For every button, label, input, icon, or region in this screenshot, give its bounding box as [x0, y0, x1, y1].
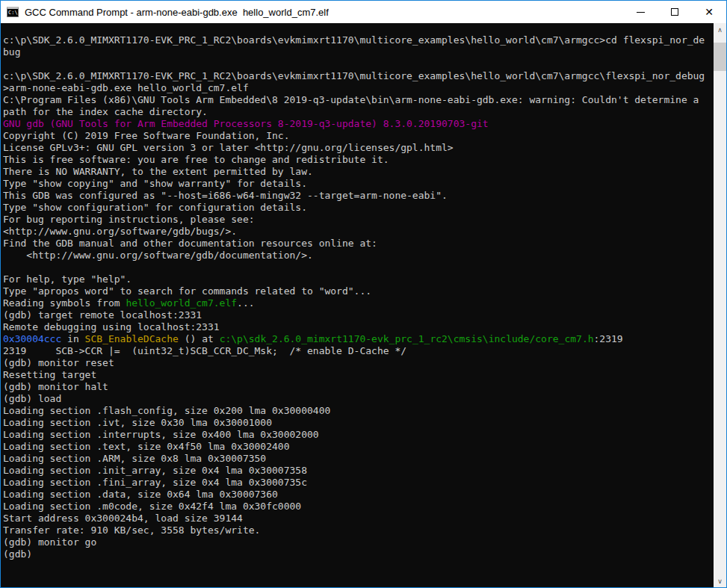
- console-line: This GDB was configured as "--host=i686-…: [3, 190, 714, 202]
- console-line: For help, type "help".: [3, 273, 714, 285]
- console-line: path for the index cache directory.: [3, 106, 714, 118]
- console-line: License GPLv3+: GNU GPL version 3 or lat…: [3, 142, 714, 154]
- console-line: Loading section .text, size 0x4f50 lma 0…: [3, 441, 714, 453]
- console-line: Loading section .data, size 0x64 lma 0x3…: [3, 489, 714, 501]
- console-line: Type "show copying" and "show warranty" …: [3, 178, 714, 190]
- console-line: Loading section .fini_array, size 0x4 lm…: [3, 477, 714, 489]
- console-line: (gdb) target remote localhost:2331: [3, 309, 714, 321]
- console-line: (gdb): [3, 548, 714, 560]
- console-line: bug: [3, 46, 714, 58]
- console-line: Loading section .interrupts, size 0x400 …: [3, 429, 714, 441]
- window-controls: ✕: [623, 1, 726, 23]
- console-output[interactable]: c:\p\SDK_2.6.0_MIMXRT1170-EVK_PRC_1_RC2\…: [1, 23, 714, 587]
- console-line: Type "show configuration" for configurat…: [3, 202, 714, 214]
- console-line: Reading symbols from hello_world_cm7.elf…: [3, 297, 714, 309]
- scroll-up-icon[interactable]: ∧: [714, 23, 726, 36]
- terminal-window: C:\ GCC Command Prompt - arm-none-eabi-g…: [0, 0, 727, 588]
- console-line: Resetting target: [3, 369, 714, 381]
- console-line: (gdb) monitor go: [3, 536, 714, 548]
- titlebar[interactable]: C:\ GCC Command Prompt - arm-none-eabi-g…: [1, 1, 726, 23]
- console-line: (gdb) monitor reset: [3, 357, 714, 369]
- console-line: (gdb) monitor halt: [3, 381, 714, 393]
- console-line: Loading section .m0code, size 0x42f4 lma…: [3, 501, 714, 513]
- console-line: >arm-none-eabi-gdb.exe hello_world_cm7.e…: [3, 82, 714, 94]
- console-line: (gdb) load: [3, 393, 714, 405]
- console-line: Loading section .init_array, size 0x4 lm…: [3, 465, 714, 477]
- maximize-icon: [671, 8, 678, 16]
- console-line: For bug reporting instructions, please s…: [3, 214, 714, 226]
- console-line: <http://www.gnu.org/software/gdb/documen…: [3, 250, 714, 261]
- cmd-prompt-icon: C:\: [7, 7, 19, 17]
- console-line: C:\Program Files (x86)\GNU Tools Arm Emb…: [3, 94, 714, 106]
- vertical-scrollbar[interactable]: ∧ ∨: [714, 23, 726, 587]
- scroll-down-icon[interactable]: ∨: [714, 575, 726, 587]
- console-line: Loading section .ivt, size 0x30 lma 0x30…: [3, 417, 714, 429]
- console-line: [3, 58, 714, 70]
- minimize-button[interactable]: [623, 1, 658, 23]
- console-line: Transfer rate: 910 KB/sec, 3558 bytes/wr…: [3, 524, 714, 536]
- console-line: Remote debugging using localhost:2331: [3, 321, 714, 333]
- console-line: <http://www.gnu.org/software/gdb/bugs/>.: [3, 226, 714, 238]
- console-line: Start address 0x300024b4, load size 3914…: [3, 513, 714, 524]
- console-line: c:\p\SDK_2.6.0_MIMXRT1170-EVK_PRC_1_RC2\…: [3, 70, 714, 82]
- console-line: Loading section .flash_config, size 0x20…: [3, 405, 714, 417]
- close-icon: ✕: [705, 7, 714, 17]
- console-line: Loading section .ARM, size 0x8 lma 0x300…: [3, 453, 714, 465]
- console-line: c:\p\SDK_2.6.0_MIMXRT1170-EVK_PRC_1_RC2\…: [3, 34, 714, 46]
- console-line: 2319 SCB->CCR |= (uint32_t)SCB_CCR_DC_Ms…: [3, 345, 714, 357]
- console-line: Copyright (C) 2019 Free Software Foundat…: [3, 130, 714, 142]
- close-button[interactable]: ✕: [692, 1, 726, 23]
- maximize-button[interactable]: [658, 1, 692, 23]
- minimize-icon: [637, 12, 645, 13]
- scrollbar-thumb[interactable]: [714, 43, 726, 71]
- console-line: There is NO WARRANTY, to the extent perm…: [3, 166, 714, 178]
- console-line: 0x30004ccc in SCB_EnableDCache () at c:\…: [3, 333, 714, 345]
- console-line: GNU gdb (GNU Tools for Arm Embedded Proc…: [3, 118, 714, 130]
- console-line: Find the GDB manual and other documentat…: [3, 238, 714, 250]
- console-line: This is free software: you are free to c…: [3, 154, 714, 166]
- console-line: [3, 261, 714, 273]
- window-title: GCC Command Prompt - arm-none-eabi-gdb.e…: [25, 7, 329, 18]
- console-line: Type "apropos word" to search for comman…: [3, 285, 714, 297]
